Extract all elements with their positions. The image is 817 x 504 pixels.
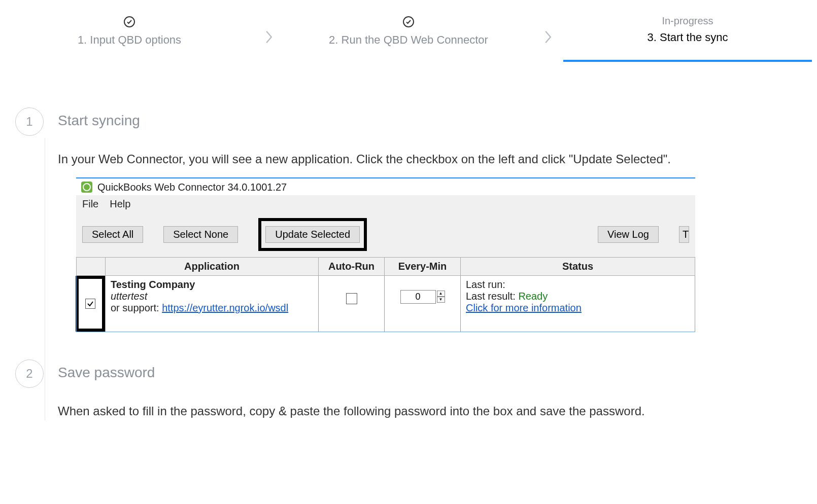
more-info-link[interactable]: Click for more information [466,302,582,313]
table-row: Testing Company uttertest or support: ht… [77,275,695,332]
col-everymin: Every-Min [385,257,461,275]
last-result-label: Last result: [466,291,518,302]
qb-titlebar: QuickBooks Web Connector 34.0.1001.27 [76,178,695,195]
row-support-prefix: or support: [111,302,162,313]
content: 1 Start syncing In your Web Connector, y… [0,72,817,420]
update-selected-highlight: Update Selected [258,218,367,251]
chevron-right-icon [538,15,558,44]
row-support-link[interactable]: https://eyrutter.ngrok.io/wsdl [162,302,288,313]
substep-2-number: 2 [15,359,44,388]
qb-menu-help[interactable]: Help [110,198,130,210]
row-support: or support: https://eyrutter.ngrok.io/ws… [111,302,313,314]
step-2-title: 2. Run the QBD Web Connector [284,32,533,48]
qb-menu-file[interactable]: File [82,198,98,210]
every-min-spinner[interactable]: ▲ ▼ [437,291,445,303]
qb-web-connector-window: QuickBooks Web Connector 34.0.1001.27 Fi… [76,177,695,332]
check-icon [5,15,254,28]
step-1-title: 1. Input QBD options [5,32,254,48]
step-1[interactable]: 1. Input QBD options [0,15,259,48]
every-min-input[interactable] [400,290,436,304]
last-run: Last run: [466,279,690,291]
update-selected-button[interactable]: Update Selected [265,226,360,243]
substep-1-number: 1 [15,107,44,136]
qb-logo-icon [81,182,92,193]
qb-menubar: File Help [76,195,695,213]
select-all-button[interactable]: Select All [82,226,143,243]
substep-1-title: Start syncing [58,107,140,129]
substep-1-header: 1 Start syncing [15,107,817,136]
qb-toolbar: Select All Select None Update Selected V… [76,213,695,257]
qb-window-title: QuickBooks Web Connector 34.0.1001.27 [97,182,287,193]
spinner-down-icon[interactable]: ▼ [437,297,445,303]
last-result: Last result: Ready [466,291,690,302]
step-3-status: In-progress [563,15,812,27]
col-autorun: Auto-Run [319,257,385,275]
last-result-value: Ready [518,291,548,302]
substep-2-body: When asked to fill in the password, copy… [58,402,817,420]
step-3-title: 3. Start the sync [563,30,812,46]
substep-2-header: 2 Save password [15,359,817,388]
view-log-button[interactable]: View Log [598,226,659,243]
spinner-up-icon[interactable]: ▲ [437,291,445,297]
truncated-button[interactable]: T [679,226,689,243]
row-company: Testing Company [111,279,313,291]
chevron-right-icon [259,15,279,44]
autorun-checkbox[interactable] [346,293,357,304]
col-status: Status [461,257,695,275]
substep-2-title: Save password [58,359,155,381]
step-3[interactable]: In-progress 3. Start the sync [558,15,817,62]
col-application: Application [106,257,319,275]
col-check [77,257,106,275]
checkbox-highlight [76,276,105,332]
stepper: 1. Input QBD options 2. Run the QBD Web … [0,0,817,72]
active-step-underline [563,60,812,62]
select-none-button[interactable]: Select None [163,226,238,243]
qb-app-table: Application Auto-Run Every-Min Status [76,257,695,332]
check-icon [284,15,533,28]
row-checkbox[interactable] [85,299,95,309]
row-subtitle: uttertest [111,291,313,302]
substep-1-body: In your Web Connector, you will see a ne… [58,150,817,168]
step-2[interactable]: 2. Run the QBD Web Connector [279,15,538,48]
